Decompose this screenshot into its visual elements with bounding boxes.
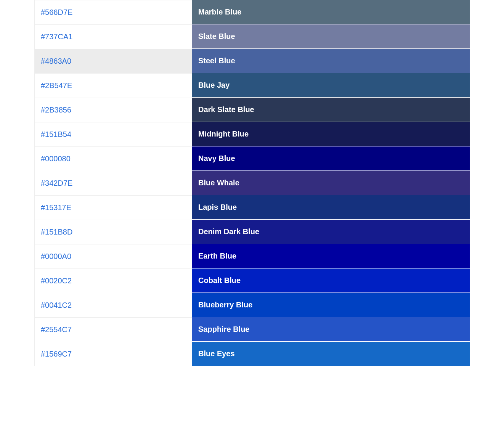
hex-code-cell: #0041C2 <box>34 293 192 317</box>
hex-code-cell: #000080 <box>34 146 192 171</box>
hex-code-cell: #151B8D <box>34 220 192 244</box>
swatch-cell: Cobalt Blue <box>192 268 470 293</box>
hex-code-cell: #2554C7 <box>34 317 192 342</box>
hex-code-cell: #4863A0 <box>34 49 192 73</box>
swatch-cell: Denim Dark Blue <box>192 220 470 244</box>
hex-code-cell: #151B54 <box>34 122 192 146</box>
swatch-cell: Blue Jay <box>192 73 470 98</box>
table-row: #566D7EMarble Blue <box>34 0 470 24</box>
color-swatch[interactable]: Slate Blue <box>192 24 470 49</box>
hex-code-cell: #2B3856 <box>34 98 192 122</box>
hex-code-cell: #2B547E <box>34 73 192 98</box>
hex-code-link[interactable]: #0041C2 <box>41 301 72 309</box>
swatch-cell: Lapis Blue <box>192 195 470 220</box>
swatch-cell: Sapphire Blue <box>192 317 470 342</box>
swatch-cell: Slate Blue <box>192 24 470 49</box>
hex-code-cell: #342D7E <box>34 171 192 195</box>
table-row: #0000A0Earth Blue <box>34 244 470 268</box>
hex-code-link[interactable]: #2554C7 <box>41 325 72 334</box>
color-swatch[interactable]: Denim Dark Blue <box>192 220 470 244</box>
color-swatch[interactable]: Cobalt Blue <box>192 268 470 293</box>
hex-code-link[interactable]: #151B54 <box>41 130 71 138</box>
hex-code-cell: #0020C2 <box>34 268 192 293</box>
table-row: #0020C2Cobalt Blue <box>34 268 470 293</box>
hex-code-link[interactable]: #15317E <box>41 203 71 212</box>
swatch-cell: Navy Blue <box>192 146 470 171</box>
hex-code-link[interactable]: #1569C7 <box>41 350 72 358</box>
swatch-cell: Earth Blue <box>192 244 470 268</box>
color-table-container: #566D7EMarble Blue#737CA1Slate Blue#4863… <box>34 0 470 366</box>
hex-code-cell: #0000A0 <box>34 244 192 268</box>
swatch-cell: Dark Slate Blue <box>192 98 470 122</box>
hex-code-link[interactable]: #000080 <box>41 154 71 163</box>
table-row: #1569C7Blue Eyes <box>34 342 470 366</box>
table-row: #15317ELapis Blue <box>34 195 470 220</box>
hex-code-link[interactable]: #566D7E <box>41 8 72 16</box>
hex-code-link[interactable]: #151B8D <box>41 228 72 236</box>
table-row: #151B54Midnight Blue <box>34 122 470 146</box>
table-row: #000080Navy Blue <box>34 146 470 171</box>
color-swatch[interactable]: Earth Blue <box>192 244 470 268</box>
color-swatch[interactable]: Dark Slate Blue <box>192 98 470 122</box>
table-row: #342D7EBlue Whale <box>34 171 470 195</box>
table-row: #0041C2Blueberry Blue <box>34 293 470 317</box>
hex-code-link[interactable]: #737CA1 <box>41 32 72 41</box>
swatch-cell: Midnight Blue <box>192 122 470 146</box>
hex-code-link[interactable]: #342D7E <box>41 179 72 187</box>
color-swatch[interactable]: Sapphire Blue <box>192 317 470 342</box>
hex-code-cell: #566D7E <box>34 0 192 24</box>
hex-code-link[interactable]: #0020C2 <box>41 276 72 285</box>
hex-code-link[interactable]: #2B3856 <box>41 106 71 114</box>
table-row: #2B547EBlue Jay <box>34 73 470 98</box>
hex-code-link[interactable]: #2B547E <box>41 81 72 90</box>
table-row: #2554C7Sapphire Blue <box>34 317 470 342</box>
table-row: #4863A0Steel Blue <box>34 49 470 73</box>
swatch-cell: Marble Blue <box>192 0 470 24</box>
table-row: #151B8DDenim Dark Blue <box>34 220 470 244</box>
hex-code-cell: #737CA1 <box>34 24 192 49</box>
color-swatch[interactable]: Blue Eyes <box>192 342 470 366</box>
color-swatch[interactable]: Blueberry Blue <box>192 293 470 317</box>
swatch-cell: Blue Whale <box>192 171 470 195</box>
hex-code-link[interactable]: #0000A0 <box>41 252 71 260</box>
color-table: #566D7EMarble Blue#737CA1Slate Blue#4863… <box>34 0 470 366</box>
color-swatch[interactable]: Midnight Blue <box>192 122 470 146</box>
color-swatch[interactable]: Lapis Blue <box>192 195 470 220</box>
color-swatch[interactable]: Blue Whale <box>192 171 470 195</box>
swatch-cell: Steel Blue <box>192 49 470 73</box>
swatch-cell: Blue Eyes <box>192 342 470 366</box>
hex-code-link[interactable]: #4863A0 <box>41 57 71 65</box>
color-swatch[interactable]: Steel Blue <box>192 49 470 73</box>
color-swatch[interactable]: Marble Blue <box>192 0 470 24</box>
hex-code-cell: #1569C7 <box>34 342 192 366</box>
table-row: #2B3856Dark Slate Blue <box>34 98 470 122</box>
hex-code-cell: #15317E <box>34 195 192 220</box>
table-row: #737CA1Slate Blue <box>34 24 470 49</box>
color-swatch[interactable]: Blue Jay <box>192 73 470 98</box>
color-swatch[interactable]: Navy Blue <box>192 146 470 171</box>
swatch-cell: Blueberry Blue <box>192 293 470 317</box>
